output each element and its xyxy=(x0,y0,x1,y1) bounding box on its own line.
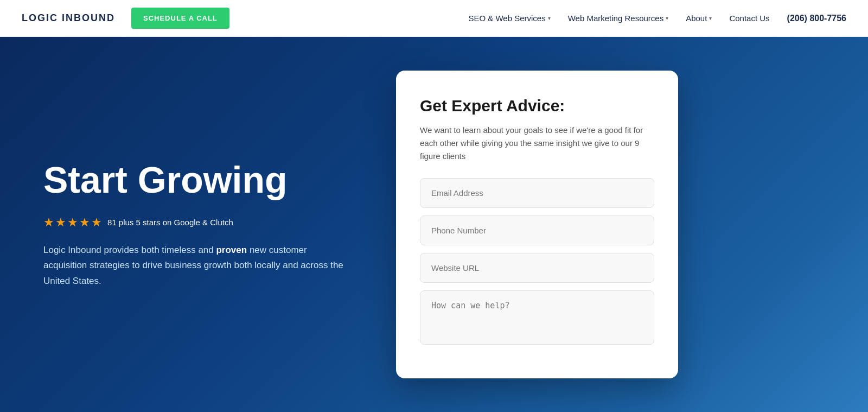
nav-item-web-marketing-label: Web Marketing Resources xyxy=(568,14,663,23)
nav-item-seo[interactable]: SEO & Web Services ▾ xyxy=(468,14,550,23)
stars-label: 81 plus 5 stars on Google & Clutch xyxy=(107,218,233,227)
help-textarea[interactable] xyxy=(420,290,654,345)
email-field[interactable] xyxy=(420,178,654,208)
star-4: ★ xyxy=(79,215,90,230)
nav: SEO & Web Services ▾ Web Marketing Resou… xyxy=(468,14,846,23)
nav-item-seo-label: SEO & Web Services xyxy=(468,14,545,23)
form-title: Get Expert Advice: xyxy=(420,97,654,115)
star-5: ★ xyxy=(91,215,102,230)
nav-item-about[interactable]: About ▾ xyxy=(686,14,712,23)
chevron-down-icon: ▾ xyxy=(709,15,712,21)
star-3: ★ xyxy=(67,215,78,230)
nav-item-about-label: About xyxy=(686,14,707,23)
website-field[interactable] xyxy=(420,253,654,283)
hero-description: Logic Inbound provides both timeless and… xyxy=(43,243,347,290)
logo[interactable]: LOGIC INBOUND xyxy=(22,12,115,24)
form-card: Get Expert Advice: We want to learn abou… xyxy=(396,71,678,378)
hero-left: Start Growing ★ ★ ★ ★ ★ 81 plus 5 stars … xyxy=(43,160,396,289)
stars-row: ★ ★ ★ ★ ★ 81 plus 5 stars on Google & Cl… xyxy=(43,215,363,230)
chevron-down-icon: ▾ xyxy=(666,15,668,21)
nav-phone[interactable]: (206) 800-7756 xyxy=(787,14,846,23)
star-1: ★ xyxy=(43,215,54,230)
hero-desc-bold: proven xyxy=(216,245,247,255)
hero-title: Start Growing xyxy=(43,160,363,200)
chevron-down-icon: ▾ xyxy=(548,15,551,21)
schedule-call-button[interactable]: SCHEDULE A CALL xyxy=(131,8,229,29)
star-2: ★ xyxy=(55,215,66,230)
nav-item-contact[interactable]: Contact Us xyxy=(729,14,769,23)
hero-desc-part1: Logic Inbound provides both timeless and xyxy=(43,245,216,255)
nav-item-contact-label: Contact Us xyxy=(729,14,769,23)
phone-field[interactable] xyxy=(420,215,654,245)
header: LOGIC INBOUND SCHEDULE A CALL SEO & Web … xyxy=(0,0,868,37)
form-subtitle: We want to learn about your goals to see… xyxy=(420,124,654,163)
nav-item-web-marketing[interactable]: Web Marketing Resources ▾ xyxy=(568,14,668,23)
hero-section: Start Growing ★ ★ ★ ★ ★ 81 plus 5 stars … xyxy=(0,37,868,412)
star-rating: ★ ★ ★ ★ ★ xyxy=(43,215,102,230)
